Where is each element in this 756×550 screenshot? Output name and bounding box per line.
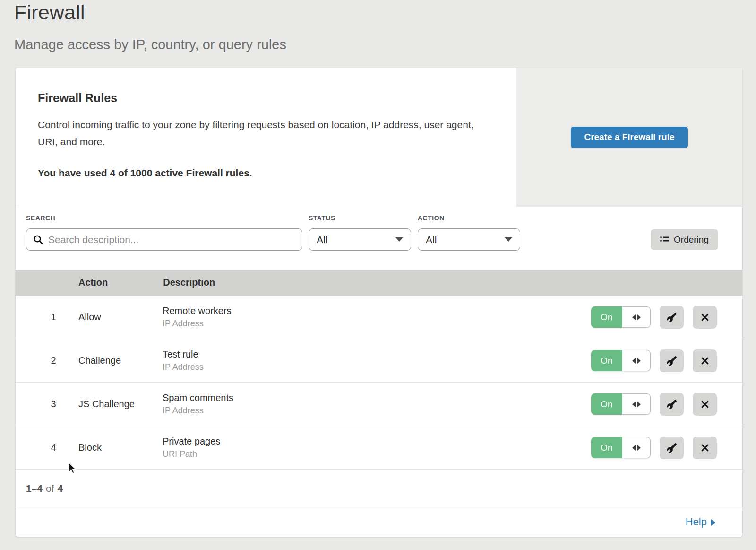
rule-action: Challenge <box>78 355 163 366</box>
edit-rule-button[interactable] <box>660 349 684 372</box>
wrench-icon <box>667 399 677 410</box>
edit-rule-button[interactable] <box>660 437 684 459</box>
edit-rule-button[interactable] <box>660 393 684 416</box>
ordering-button-label: Ordering <box>674 235 709 245</box>
action-label: ACTION <box>418 214 445 222</box>
status-selected-value: All <box>317 234 327 245</box>
rule-priority: 2 <box>44 355 63 366</box>
toggle-on-label[interactable]: On <box>591 393 622 415</box>
pagination-of: of <box>46 483 54 494</box>
delete-rule-button[interactable] <box>693 437 717 459</box>
column-header-action: Action <box>78 277 108 288</box>
overview-heading: Firewall Rules <box>38 91 488 105</box>
overview-description: Control incoming traffic to your zone by… <box>38 116 484 150</box>
status-label: STATUS <box>309 214 335 222</box>
create-rule-panel: Create a Firewall rule <box>516 68 742 207</box>
rule-row: 4 Block Private pages URI Path On <box>16 426 742 470</box>
delete-rule-button[interactable] <box>693 393 717 416</box>
delete-rule-button[interactable] <box>693 306 717 329</box>
rule-action: Block <box>78 442 163 453</box>
rule-controls: On <box>591 383 717 426</box>
overview-section: Firewall Rules Control incoming traffic … <box>16 68 742 207</box>
firewall-rules-card: Firewall Rules Control incoming traffic … <box>16 68 742 537</box>
chevron-down-icon <box>505 237 512 242</box>
pagination-range: 1–4 <box>26 483 43 494</box>
help-link[interactable]: Help <box>686 516 715 528</box>
rule-priority: 4 <box>44 442 63 453</box>
toggle-arrows-icon[interactable] <box>622 393 651 415</box>
overview-text: Firewall Rules Control incoming traffic … <box>16 68 488 179</box>
toggle-on-label[interactable]: On <box>591 306 622 328</box>
wrench-icon <box>667 356 677 366</box>
search-input[interactable] <box>48 234 295 245</box>
help-link-label: Help <box>686 516 707 528</box>
rule-controls: On <box>591 426 717 469</box>
close-icon <box>700 400 710 409</box>
close-icon <box>700 443 710 453</box>
wrench-icon <box>667 443 677 453</box>
card-footer: Help <box>16 507 742 536</box>
delete-rule-button[interactable] <box>693 349 717 372</box>
rule-row: 2 Challenge Test rule IP Address On <box>16 339 742 383</box>
rule-controls: On <box>591 296 717 339</box>
toggle-on-label[interactable]: On <box>591 350 622 371</box>
action-selected-value: All <box>426 234 437 245</box>
status-select[interactable]: All <box>309 228 411 251</box>
create-firewall-rule-button[interactable]: Create a Firewall rule <box>571 127 688 148</box>
pagination: 1–4 of 4 <box>16 470 742 507</box>
filters-section: SEARCH STATUS All ACTION All Orde <box>16 207 742 270</box>
column-header-description: Description <box>163 277 215 288</box>
toggle-on-label[interactable]: On <box>591 437 622 458</box>
rule-enabled-toggle[interactable]: On <box>591 350 651 371</box>
search-icon <box>33 235 43 245</box>
page-subtitle: Manage access by IP, country, or query r… <box>14 37 286 52</box>
wrench-icon <box>667 312 677 323</box>
search-input-wrapper[interactable] <box>26 228 302 251</box>
rule-priority: 1 <box>44 312 63 323</box>
rules-usage-text: You have used 4 of 1000 active Firewall … <box>38 167 488 179</box>
table-header: Action Description <box>16 270 742 296</box>
page-title: Firewall <box>14 1 85 24</box>
rule-enabled-toggle[interactable]: On <box>591 393 651 415</box>
search-label: SEARCH <box>26 214 55 222</box>
ordered-list-icon <box>660 236 669 244</box>
pagination-total: 4 <box>58 483 63 494</box>
toggle-arrows-icon[interactable] <box>622 437 651 458</box>
toggle-arrows-icon[interactable] <box>622 350 651 371</box>
rule-action: JS Challenge <box>78 399 163 410</box>
rule-priority: 3 <box>44 399 63 410</box>
ordering-button[interactable]: Ordering <box>651 229 718 250</box>
close-icon <box>700 313 710 322</box>
action-select[interactable]: All <box>418 228 520 251</box>
toggle-arrows-icon[interactable] <box>622 306 651 328</box>
rule-controls: On <box>591 339 717 382</box>
chevron-down-icon <box>395 237 403 242</box>
chevron-right-icon <box>711 519 715 526</box>
close-icon <box>700 356 710 366</box>
rule-row: 1 Allow Remote workers IP Address On <box>16 296 742 339</box>
rule-enabled-toggle[interactable]: On <box>591 306 651 328</box>
rule-row: 3 JS Challenge Spam comments IP Address … <box>16 383 742 426</box>
rule-action: Allow <box>78 312 163 323</box>
rule-enabled-toggle[interactable]: On <box>591 437 651 458</box>
edit-rule-button[interactable] <box>660 306 684 329</box>
